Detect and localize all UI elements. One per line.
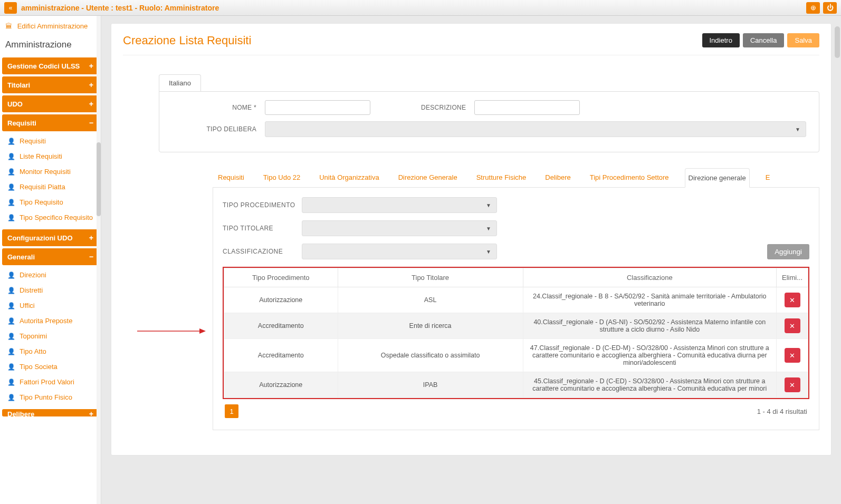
sidebar-item-tipo-atto[interactable]: 👤Tipo Atto <box>2 344 99 359</box>
sidebar: 🏛 Edifici Amministrazione Amministrazion… <box>0 16 101 504</box>
sidebar-scrollbar[interactable] <box>97 16 101 504</box>
sidebar-item-label: Distretti <box>20 286 43 294</box>
person-icon: 👤 <box>7 317 15 325</box>
sidebar-item-label: Monitor Requisiti <box>20 168 71 176</box>
sidebar-group-label: Generali <box>7 253 35 261</box>
language-tab[interactable]: Italiano <box>159 74 201 91</box>
table-cell: 40.Classif_regionale - D (AS-NI) - SO/50… <box>523 313 776 339</box>
sidebar-item-fattori-prod-valori[interactable]: 👤Fattori Prod Valori <box>2 374 99 390</box>
sidebar-item-autorita-preposte[interactable]: 👤Autorita Preposte <box>2 313 99 328</box>
table-row: AccreditamentoOspedale classificato o as… <box>224 339 808 372</box>
globe-button[interactable]: ⊕ <box>806 2 820 14</box>
chevron-down-icon: ▼ <box>795 127 800 132</box>
back-button[interactable]: Indietro <box>702 33 740 47</box>
sidebar-group-udo[interactable]: UDO+ <box>2 95 99 112</box>
save-button[interactable]: Salva <box>787 33 819 47</box>
chevron-left-icon: « <box>9 4 13 12</box>
sidebar-item-tipo-requisito[interactable]: 👤Tipo Requisito <box>2 195 99 210</box>
topbar: « amministrazione - Utente : test1 - Ruo… <box>0 0 841 16</box>
globe-icon: ⊕ <box>810 4 816 12</box>
breadcrumb-label: Edifici Amministrazione <box>17 22 88 30</box>
delete-row-button[interactable]: ✕ <box>785 377 800 392</box>
page-number[interactable]: 1 <box>225 404 238 418</box>
table-cell: 47.Classif_regionale - D (C-ED-M) - SO/3… <box>523 339 776 372</box>
description-label: DESCRIZIONE <box>421 104 466 111</box>
breadcrumb[interactable]: 🏛 Edifici Amministrazione <box>2 18 99 34</box>
sidebar-item-liste-requisiti[interactable]: 👤Liste Requisiti <box>2 149 99 164</box>
tab-tipi-procedimento-settore[interactable]: Tipi Procedimento Settore <box>587 168 672 187</box>
sidebar-group-gestione-codici-ulss[interactable]: Gestione Codici ULSS+ <box>2 57 99 74</box>
sidebar-item-label: Tipo Punto Fisico <box>20 393 72 401</box>
tipo-procedimento-select[interactable]: ▼ <box>302 197 497 213</box>
person-icon: 👤 <box>7 379 15 386</box>
sidebar-group-label: Gestione Codici ULSS <box>7 62 80 70</box>
person-icon: 👤 <box>7 363 15 371</box>
sidebar-section-title: Amministrazione <box>2 34 99 55</box>
classificazione-select[interactable]: ▼ <box>302 244 497 259</box>
tab-strutture-fisiche[interactable]: Strutture Fisiche <box>473 168 530 187</box>
tab-unità-organizzativa[interactable]: Unità Organizzativa <box>316 168 382 187</box>
sidebar-item-tipo-specifico-requisito[interactable]: 👤Tipo Specifico Requisito <box>2 210 99 225</box>
close-icon: ✕ <box>789 322 795 330</box>
delete-row-button[interactable]: ✕ <box>785 348 800 363</box>
table-cell-actions: ✕ <box>777 313 808 339</box>
tab-delibere[interactable]: Delibere <box>542 168 574 187</box>
close-icon: ✕ <box>789 296 795 304</box>
pager-info: 1 - 4 di 4 risultati <box>757 408 807 415</box>
sidebar-group-delibere[interactable]: Delibere+ <box>2 409 99 416</box>
main-scrollbar-thumb[interactable] <box>835 26 840 58</box>
sidebar-group-titolari[interactable]: Titolari+ <box>2 76 99 93</box>
sidebar-group-requisiti[interactable]: Requisiti− <box>2 114 99 131</box>
minus-icon: − <box>89 119 93 127</box>
sidebar-group-label: Requisiti <box>7 119 36 127</box>
sidebar-group-generali[interactable]: Generali− <box>2 248 99 265</box>
sidebar-item-label: Liste Requisiti <box>20 152 62 160</box>
name-label: NOME * <box>172 104 256 111</box>
power-button[interactable]: ⏻ <box>823 2 837 14</box>
sidebar-item-distretti[interactable]: 👤Distretti <box>2 283 99 298</box>
sidebar-item-direzioni[interactable]: 👤Direzioni <box>2 267 99 283</box>
sidebar-item-tipo-punto-fisico[interactable]: 👤Tipo Punto Fisico <box>2 390 99 405</box>
sidebar-item-tipo-societa[interactable]: 👤Tipo Societa <box>2 359 99 374</box>
tipo-titolare-select[interactable]: ▼ <box>302 220 497 236</box>
sidebar-group-configurazioni-udo[interactable]: Configurazioni UDO+ <box>2 229 99 246</box>
person-icon: 👤 <box>7 153 15 160</box>
table-cell-actions: ✕ <box>777 339 808 372</box>
person-icon: 👤 <box>7 214 15 221</box>
delete-row-button[interactable]: ✕ <box>785 293 800 307</box>
sidebar-item-uffici[interactable]: 👤Uffici <box>2 298 99 313</box>
table-cell: Accreditamento <box>224 339 338 372</box>
sidebar-item-label: Tipo Requisito <box>20 198 63 206</box>
sidebar-item-label: Toponimi <box>20 332 47 340</box>
description-input[interactable] <box>474 100 580 115</box>
delete-row-button[interactable]: ✕ <box>785 318 800 333</box>
tipo-delibera-select[interactable]: ▼ <box>265 121 806 137</box>
cancel-button[interactable]: Cancella <box>743 33 785 47</box>
tab-e[interactable]: E <box>762 168 773 187</box>
tab-direzione-generale[interactable]: Direzione generale <box>685 168 750 188</box>
person-icon: 👤 <box>7 287 15 294</box>
sidebar-item-label: Uffici <box>20 302 35 309</box>
person-icon: 👤 <box>7 183 15 191</box>
column-header: Classificazione <box>523 268 776 287</box>
name-input[interactable] <box>265 100 370 115</box>
sidebar-item-label: Tipo Specifico Requisito <box>20 214 93 221</box>
table-cell-actions: ✕ <box>777 372 808 398</box>
sidebar-scrollbar-thumb[interactable] <box>97 142 101 216</box>
sidebar-item-label: Autorita Preposte <box>20 317 72 325</box>
sidebar-item-label: Requisiti <box>20 137 46 145</box>
tab-direzione-generale[interactable]: Direzione Generale <box>395 168 461 187</box>
sidebar-item-requisiti[interactable]: 👤Requisiti <box>2 133 99 149</box>
person-icon: 👤 <box>7 348 15 355</box>
sidebar-item-toponimi[interactable]: 👤Toponimi <box>2 328 99 344</box>
results-grid: Tipo ProcedimentoTipo TitolareClassifica… <box>223 267 809 399</box>
tab-requisiti[interactable]: Requisiti <box>215 168 247 187</box>
sidebar-item-requisiti-piatta[interactable]: 👤Requisiti Piatta <box>2 179 99 195</box>
sidebar-item-label: Direzioni <box>20 271 46 279</box>
sidebar-item-monitor-requisiti[interactable]: 👤Monitor Requisiti <box>2 164 99 179</box>
collapse-sidebar-button[interactable]: « <box>4 2 17 14</box>
tipo-titolare-label: TIPO TITOLARE <box>223 225 302 232</box>
close-icon: ✕ <box>789 352 795 360</box>
add-button[interactable]: Aggiungi <box>767 244 809 259</box>
tab-tipo-udo-22[interactable]: Tipo Udo 22 <box>260 168 303 187</box>
